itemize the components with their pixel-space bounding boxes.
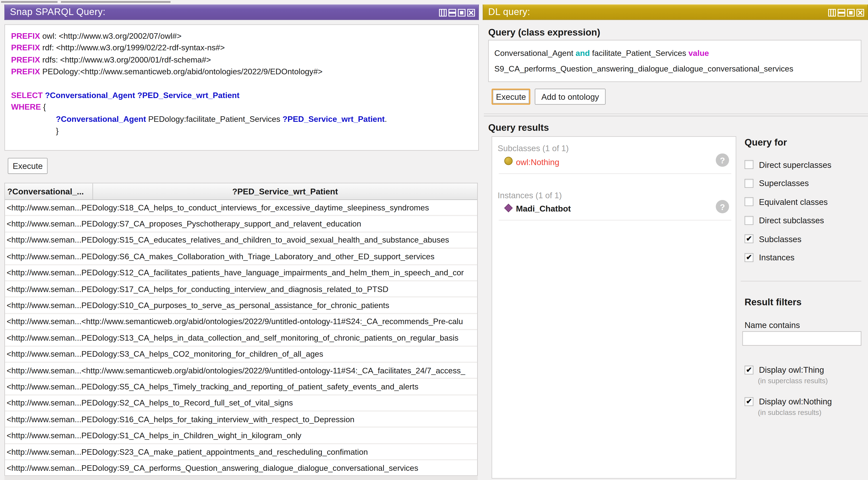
query-for-heading: Query for <box>745 138 787 149</box>
cell-ped-service: PEDology:S15_CA_educates_relatives_and_c… <box>81 236 449 244</box>
dl-query-titlebar: DL query: <box>483 4 868 20</box>
cell-ped-service: PEDology:S17_CA_helps_for_conducting_int… <box>81 284 388 293</box>
class-expression-input[interactable]: Conversational_Agent and facilitate_Pati… <box>488 40 861 82</box>
results-table-body: <http://www.seman...PEDology:S18_CA_help… <box>5 200 477 475</box>
snap-sparql-titlebar: Snap SPARQL Query: <box>4 4 479 20</box>
cell-ped-service: PEDology:S1_CA_helps_in_Children_wight_i… <box>81 431 301 440</box>
cell-conversational-agent: <http://www.seman... <box>7 350 81 358</box>
split-horizontal-icon[interactable] <box>838 8 845 16</box>
cell-conversational-agent: <http://www.seman... <box>7 431 81 440</box>
split-vertical-icon[interactable] <box>439 8 447 16</box>
option-label: Instances <box>759 252 795 262</box>
protege-workspace: Snap SPARQL Query: PREFIX owl: <http://w… <box>0 0 868 480</box>
cell-ped-service: <http://www.semanticweb.org/abid/ontolog… <box>81 317 463 326</box>
table-row[interactable]: <http://www.seman... <http://www.semanti… <box>5 314 477 330</box>
close-icon[interactable] <box>857 8 864 16</box>
sparql-query-editor[interactable]: PREFIX owl: <http://www.w3.org/2002/07/o… <box>4 24 479 151</box>
checkbox[interactable] <box>745 160 753 169</box>
display-owl-thing-note: (in superclass results) <box>758 377 866 385</box>
table-row[interactable]: <http://www.seman...PEDology:S12_CA_faci… <box>5 265 477 281</box>
explain-button[interactable]: ? <box>716 153 729 167</box>
query-for-option-direct-superclasses: Direct superclasses <box>745 159 866 170</box>
cell-conversational-agent: <http://www.seman... <box>7 268 81 277</box>
maximize-icon[interactable] <box>847 8 855 16</box>
cell-conversational-agent: <http://www.seman... <box>7 301 81 309</box>
add-to-ontology-button[interactable]: Add to ontology <box>535 89 606 105</box>
result-item-owl-nothing[interactable]: owl:Nothing <box>516 157 559 167</box>
display-owl-nothing-checkbox[interactable]: ✔ <box>745 397 753 406</box>
display-owl-thing-option: ✔ Display owl:Thing (in superclass resul… <box>745 365 866 385</box>
query-results-list: Subclasses (1 of 1) owl:Nothing ? Instan… <box>492 137 737 479</box>
checkbox[interactable] <box>745 197 753 206</box>
cell-ped-service: PEDology:S18_CA_helps_to_conduct_intervi… <box>81 203 429 212</box>
cell-ped-service: PEDology:S3_CA_helps_CO2_monitoring_for_… <box>81 350 323 358</box>
table-row[interactable]: <http://www.seman...PEDology:S16_CA_help… <box>5 412 477 428</box>
snap-sparql-panel: Snap SPARQL Query: PREFIX owl: <http://w… <box>0 0 480 480</box>
table-row[interactable]: <http://www.seman...PEDology:S7_CA_propo… <box>5 216 477 233</box>
query-results-heading: Query results <box>488 122 549 133</box>
query-for-option-equivalent-classes: Equivalent classes <box>745 196 866 207</box>
class-icon <box>504 157 513 165</box>
option-label: Subclasses <box>759 234 802 243</box>
cell-conversational-agent: <http://www.seman... <box>7 415 81 423</box>
explain-button[interactable]: ? <box>716 200 729 213</box>
sparql-code-line <box>11 78 478 90</box>
sparql-execute-button[interactable]: Execute <box>8 158 48 174</box>
query-for-option-instances: ✔Instances <box>745 252 866 263</box>
snap-sparql-window-controls <box>439 8 475 16</box>
checkbox[interactable]: ✔ <box>745 253 753 262</box>
result-item-madi-chatbot[interactable]: Madi_Chatbot <box>516 204 571 213</box>
cell-conversational-agent: <http://www.seman... <box>7 333 81 342</box>
cell-conversational-agent: <http://www.seman... <box>7 463 81 472</box>
table-row[interactable]: <http://www.seman...PEDology:S10_CA_purp… <box>5 298 477 314</box>
display-owl-nothing-note: (in subclass results) <box>758 408 866 417</box>
table-row[interactable]: <http://www.seman...PEDology:S17_CA_help… <box>5 281 477 298</box>
cell-conversational-agent: <http://www.seman... <box>7 252 81 261</box>
column-header-conversational-agent[interactable]: ?Conversational_... <box>5 183 93 199</box>
sparql-code-line: PREFIX PEDology:<http://www.semanticweb.… <box>11 66 478 78</box>
column-header-ped-service[interactable]: ?PED_Service_wrt_Patient <box>93 183 477 199</box>
row-divider <box>499 173 731 174</box>
split-vertical-icon[interactable] <box>828 8 836 16</box>
snap-sparql-title: Snap SPARQL Query: <box>10 7 106 18</box>
table-row[interactable]: <http://www.seman...PEDology:S18_CA_help… <box>5 200 477 216</box>
checkbox[interactable] <box>745 216 753 224</box>
query-for-options: Direct superclassesSuperclassesEquivalen… <box>745 159 866 270</box>
split-horizontal-icon[interactable] <box>448 8 456 16</box>
cell-conversational-agent: <http://www.seman... <box>7 317 81 326</box>
table-row[interactable]: <http://www.seman...PEDology:S1_CA_helps… <box>5 428 477 444</box>
cell-conversational-agent: <http://www.seman... <box>7 447 81 456</box>
table-row[interactable]: <http://www.seman... <http://www.semanti… <box>5 363 477 379</box>
filters-divider <box>741 281 861 281</box>
cell-conversational-agent: <http://www.seman... <box>7 366 81 375</box>
cell-ped-service: PEDology:S16_CA_helps_for_taking_intervi… <box>81 415 354 423</box>
maximize-icon[interactable] <box>458 8 466 16</box>
sparql-code-line: WHERE { <box>11 101 478 113</box>
table-row[interactable]: <http://www.seman...PEDology:S9_CA_perfo… <box>5 460 477 475</box>
cell-ped-service: PEDology:S12_CA_facilitates_patients_hav… <box>81 268 464 277</box>
display-owl-nothing-option: ✔ Display owl:Nothing (in subclass resul… <box>745 397 866 417</box>
table-row[interactable]: <http://www.seman...PEDology:S3_CA_helps… <box>5 347 477 363</box>
cell-ped-service: PEDology:S10_CA_purposes_to_serve_as_per… <box>81 301 389 309</box>
table-row[interactable]: <http://www.seman...PEDology:S6_CA_makes… <box>5 249 477 265</box>
table-row[interactable]: <http://www.seman...PEDology:S2_CA_helps… <box>5 395 477 412</box>
option-label: Superclasses <box>759 178 809 188</box>
table-row[interactable]: <http://www.seman...PEDology:S13_CA_help… <box>5 330 477 347</box>
cell-conversational-agent: <http://www.seman... <box>7 236 81 244</box>
checkbox[interactable]: ✔ <box>745 234 753 243</box>
cell-ped-service: PEDology:S7_CA_proposes_Pyschotherapy_su… <box>81 219 361 228</box>
table-row[interactable]: <http://www.seman...PEDology:S23_CA_make… <box>5 444 477 460</box>
table-row[interactable]: <http://www.seman...PEDology:S5_CA_helps… <box>5 379 477 395</box>
dl-query-window-controls <box>828 8 864 16</box>
name-contains-input[interactable] <box>742 331 861 346</box>
table-row[interactable]: <http://www.seman...PEDology:S15_CA_educ… <box>5 233 477 249</box>
display-owl-thing-checkbox[interactable]: ✔ <box>745 365 753 374</box>
close-icon[interactable] <box>467 8 475 16</box>
cell-conversational-agent: <http://www.seman... <box>7 219 81 228</box>
sparql-code-line: } <box>11 125 478 137</box>
dl-query-title: DL query: <box>488 7 530 18</box>
checkbox[interactable] <box>745 179 753 187</box>
cell-conversational-agent: <http://www.seman... <box>7 382 81 391</box>
horizontal-scrollbar[interactable] <box>4 475 478 480</box>
dl-execute-button[interactable]: Execute <box>492 89 530 105</box>
